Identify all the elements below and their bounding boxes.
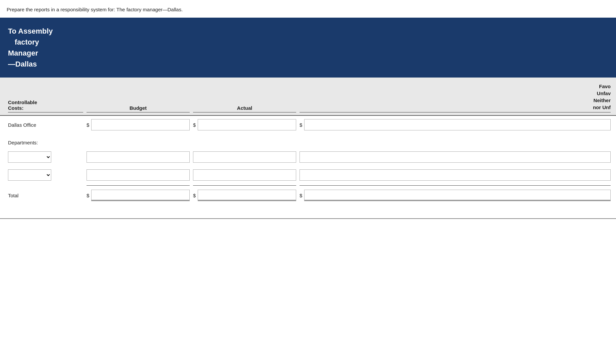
- dallas-office-row: Dallas Office $ $ $: [0, 116, 616, 134]
- dept2-actual-input[interactable]: [193, 169, 296, 181]
- dept1-fav-cell: [300, 151, 614, 163]
- fav-line3: Neither: [593, 97, 611, 103]
- fav-line2: Unfav: [597, 91, 611, 96]
- dallas-budget-cell: $: [87, 119, 193, 130]
- budget-label: Budget: [87, 105, 190, 112]
- dept2-fav-input[interactable]: [300, 169, 611, 181]
- dallas-budget-input[interactable]: [91, 119, 190, 130]
- dept2-select[interactable]: Assembly Fabrication Finishing Packaging: [8, 169, 51, 181]
- title-line2: factory: [8, 38, 39, 46]
- total-label: Total: [0, 193, 87, 198]
- dallas-fav-input[interactable]: [304, 119, 611, 130]
- dept1-label-cell: Assembly Fabrication Finishing Packaging: [0, 151, 87, 163]
- separator-row: [0, 184, 616, 186]
- total-actual-cell: $: [193, 190, 300, 201]
- dept1-budget-input[interactable]: [87, 151, 190, 163]
- total-budget-dollar: $: [87, 193, 89, 198]
- total-fav-input[interactable]: [304, 190, 611, 201]
- dept1-budget-cell: [87, 151, 193, 163]
- dallas-actual-dollar: $: [193, 122, 196, 128]
- total-fav-cell: $: [300, 190, 614, 201]
- dallas-actual-input[interactable]: [198, 119, 296, 130]
- dept2-budget-cell: [87, 169, 193, 181]
- dept-row-1: Assembly Fabrication Finishing Packaging: [0, 148, 616, 166]
- fav-line4: nor Unf: [593, 104, 611, 110]
- dept1-actual-input[interactable]: [193, 151, 296, 163]
- col-actual: Actual: [193, 105, 300, 112]
- dallas-fav-dollar: $: [300, 122, 302, 128]
- sep-budget: [87, 185, 190, 186]
- actual-label: Actual: [193, 105, 296, 112]
- total-budget-cell: $: [87, 190, 193, 201]
- data-section: Dallas Office $ $ $ Departments:: [0, 116, 616, 210]
- title-line3: Manager: [8, 49, 38, 57]
- col-budget: Budget: [87, 105, 193, 112]
- total-actual-input[interactable]: [198, 190, 296, 201]
- sep-actual: [193, 185, 296, 186]
- dept1-actual-cell: [193, 151, 300, 163]
- total-budget-input[interactable]: [91, 190, 190, 201]
- sep-fav: [300, 185, 611, 186]
- total-fav-dollar: $: [300, 193, 302, 198]
- dept2-actual-cell: [193, 169, 300, 181]
- dept2-label-cell: Assembly Fabrication Finishing Packaging: [0, 169, 87, 181]
- total-actual-dollar: $: [193, 193, 196, 198]
- bottom-rule: [0, 218, 616, 219]
- intro-text: Prepare the reports in a responsibility …: [0, 7, 616, 18]
- fav-label: Favo Unfav Neither nor Unf: [300, 83, 611, 112]
- dept-row-2: Assembly Fabrication Finishing Packaging: [0, 166, 616, 184]
- dallas-budget-dollar: $: [87, 122, 89, 128]
- dept1-fav-input[interactable]: [300, 151, 611, 163]
- report-title: To Assembly factory Manager —Dallas: [8, 26, 53, 70]
- dept2-budget-input[interactable]: [87, 169, 190, 181]
- dallas-office-label: Dallas Office: [0, 122, 87, 128]
- col-controllable-costs: ControllableCosts:: [0, 99, 87, 112]
- title-line4: —Dallas: [8, 60, 37, 68]
- column-headers: ControllableCosts: Budget Actual Favo Un…: [0, 78, 616, 116]
- page-wrapper: Prepare the reports in a responsibility …: [0, 0, 616, 219]
- col-fav: Favo Unfav Neither nor Unf: [300, 83, 614, 112]
- controllable-costs-label: ControllableCosts:: [8, 99, 83, 112]
- title-line1: To Assembly: [8, 27, 53, 35]
- dept2-fav-cell: [300, 169, 614, 181]
- departments-label: Departments:: [0, 134, 616, 148]
- total-row: Total $ $ $: [0, 186, 616, 204]
- sep-spacer: [0, 185, 87, 186]
- report-container: To Assembly factory Manager —Dallas Cont…: [0, 18, 616, 219]
- dallas-fav-cell: $: [300, 119, 614, 130]
- dept1-select[interactable]: Assembly Fabrication Finishing Packaging: [8, 151, 51, 163]
- report-header: To Assembly factory Manager —Dallas: [0, 18, 616, 78]
- dallas-actual-cell: $: [193, 119, 300, 130]
- fav-line1: Favo: [599, 84, 611, 89]
